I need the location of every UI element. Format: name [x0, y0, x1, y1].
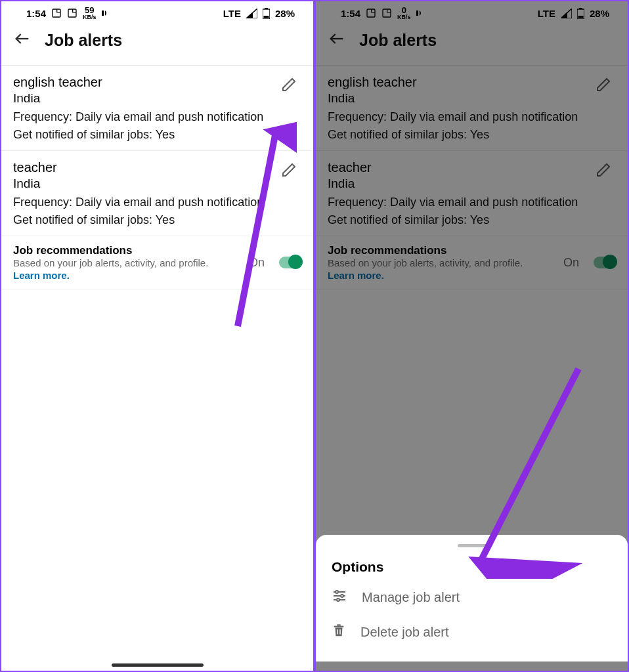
recommendations-row: Job recommendations Based on your job al… — [1, 236, 313, 289]
screenshot-icon-2 — [381, 8, 392, 18]
manage-label: Manage job alert — [362, 590, 460, 605]
edit-alert-button[interactable] — [279, 160, 299, 180]
phone-screenshot-left: 1:54 59KB/s LTE 28% Job — [0, 0, 314, 672]
status-time: 1:54 — [341, 8, 360, 19]
alert-item[interactable]: teacher India Frequency: Daily via email… — [316, 151, 628, 236]
signal-icon — [246, 9, 257, 18]
alert-title: teacher — [13, 160, 301, 175]
alert-similar: Get notified of similar jobs: Yes — [13, 126, 301, 144]
recs-subtitle: Based on your job alerts, activity, and … — [13, 257, 242, 268]
alert-similar: Get notified of similar jobs: Yes — [13, 211, 301, 229]
signal-icon — [561, 9, 572, 18]
recs-subtitle: Based on your job alerts, activity, and … — [328, 257, 557, 268]
svg-rect-21 — [337, 629, 337, 634]
alert-similar: Get notified of similar jobs: Yes — [328, 126, 616, 144]
phone-screenshot-right: 1:54 0KB/s LTE 28% Job a — [314, 0, 629, 672]
svg-rect-5 — [263, 16, 269, 18]
svg-rect-9 — [416, 10, 418, 16]
data-icon — [102, 9, 112, 17]
appbar: Job alerts — [1, 22, 313, 65]
alert-frequency: Frequency: Daily via email and push noti… — [13, 194, 301, 211]
status-bar: 1:54 0KB/s LTE 28% — [316, 1, 628, 22]
manage-job-alert-option[interactable]: Manage job alert — [316, 580, 628, 615]
alert-item[interactable]: english teacher India Frequency: Daily v… — [1, 66, 313, 151]
svg-point-16 — [336, 591, 338, 593]
alert-title: english teacher — [328, 75, 616, 90]
alert-location: India — [328, 91, 616, 106]
content-area: english teacher India Frequency: Daily v… — [1, 65, 313, 671]
status-time: 1:54 — [26, 8, 46, 19]
learn-more-link[interactable]: Learn more. — [328, 270, 557, 281]
delete-job-alert-option[interactable]: Delete job alert — [316, 615, 628, 650]
alert-location: India — [328, 177, 616, 191]
screenshot-icon-1 — [366, 8, 376, 18]
battery-percent: 28% — [590, 8, 609, 19]
alert-frequency: Frequency: Daily via email and push noti… — [13, 108, 301, 126]
delete-label: Delete job alert — [360, 625, 449, 640]
toggle-state: On — [249, 256, 265, 270]
net-speed: 0KB/s — [397, 6, 411, 20]
network-type: LTE — [538, 8, 555, 19]
back-button[interactable] — [13, 30, 32, 51]
svg-point-18 — [337, 598, 339, 601]
battery-percent: 28% — [275, 8, 295, 19]
edit-alert-button[interactable] — [279, 75, 299, 94]
alert-title: english teacher — [13, 75, 301, 90]
svg-rect-11 — [579, 8, 582, 9]
alert-frequency: Frequency: Daily via email and push noti… — [328, 108, 616, 126]
alert-similar: Get notified of similar jobs: Yes — [328, 211, 616, 229]
recommendations-toggle[interactable] — [279, 257, 301, 268]
edit-alert-button[interactable] — [594, 160, 613, 180]
sliders-icon — [332, 588, 347, 607]
alert-item[interactable]: teacher India Frequency: Daily via email… — [1, 151, 313, 236]
recs-title: Job recommendations — [328, 244, 557, 257]
edit-alert-button[interactable] — [594, 75, 613, 94]
toggle-state: On — [563, 256, 579, 270]
learn-more-link[interactable]: Learn more. — [13, 270, 242, 281]
alert-location: India — [13, 91, 301, 106]
svg-point-17 — [341, 595, 343, 597]
svg-rect-20 — [337, 624, 341, 625]
page-title: Job alerts — [45, 31, 122, 50]
svg-rect-22 — [339, 629, 340, 634]
screenshot-icon-1 — [51, 8, 62, 18]
recommendations-toggle[interactable] — [594, 257, 616, 268]
trash-icon — [332, 623, 346, 642]
svg-rect-12 — [578, 16, 583, 18]
screenshot-icon-2 — [67, 8, 77, 18]
alert-location: India — [13, 177, 301, 191]
svg-rect-4 — [265, 8, 268, 9]
battery-icon — [263, 8, 270, 19]
battery-icon — [577, 8, 584, 19]
alert-item[interactable]: english teacher India Frequency: Daily v… — [316, 66, 628, 151]
status-bar: 1:54 59KB/s LTE 28% — [1, 1, 313, 22]
data-icon — [416, 9, 427, 17]
svg-rect-2 — [102, 10, 104, 16]
back-button[interactable] — [328, 30, 346, 51]
sheet-drag-handle[interactable] — [458, 544, 487, 547]
page-title: Job alerts — [359, 31, 437, 50]
net-speed: 59KB/s — [83, 6, 97, 20]
network-type: LTE — [223, 8, 241, 19]
recs-title: Job recommendations — [13, 244, 242, 257]
options-bottom-sheet: Options Manage job alert Delete job aler… — [316, 535, 628, 662]
svg-rect-19 — [334, 626, 344, 627]
alert-frequency: Frequency: Daily via email and push noti… — [328, 194, 616, 211]
nav-handle[interactable] — [112, 663, 204, 667]
recommendations-row: Job recommendations Based on your job al… — [316, 236, 628, 289]
alert-title: teacher — [328, 160, 616, 175]
sheet-title: Options — [316, 556, 628, 580]
appbar: Job alerts — [316, 22, 628, 65]
